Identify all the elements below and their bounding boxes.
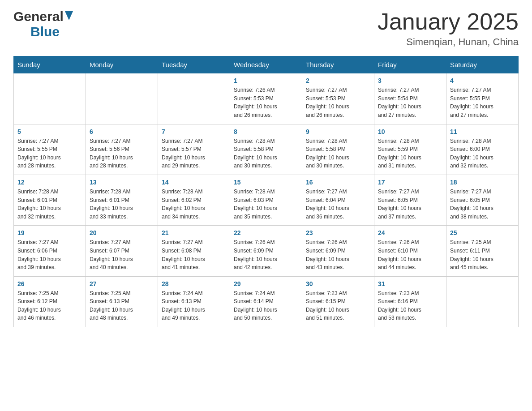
day-number: 1	[234, 77, 298, 84]
day-number: 23	[306, 229, 370, 236]
calendar-week-row: 19Sunrise: 7:27 AMSunset: 6:06 PMDayligh…	[14, 226, 519, 276]
day-number: 11	[450, 128, 515, 135]
calendar-cell: 20Sunrise: 7:27 AMSunset: 6:07 PMDayligh…	[86, 226, 158, 276]
calendar-cell: 18Sunrise: 7:27 AMSunset: 6:05 PMDayligh…	[446, 175, 519, 225]
calendar-cell: 8Sunrise: 7:28 AMSunset: 5:58 PMDaylight…	[230, 124, 302, 175]
day-number: 12	[17, 179, 82, 186]
day-number: 17	[378, 179, 442, 186]
svg-marker-0	[65, 11, 73, 20]
day-number: 19	[17, 229, 82, 236]
month-title: January 2025	[378, 9, 519, 34]
calendar-cell: 22Sunrise: 7:26 AMSunset: 6:09 PMDayligh…	[230, 226, 302, 276]
calendar-cell: 3Sunrise: 7:27 AMSunset: 5:54 PMDaylight…	[374, 73, 446, 124]
calendar-cell: 17Sunrise: 7:27 AMSunset: 6:05 PMDayligh…	[374, 175, 446, 225]
logo: General Blue	[13, 9, 73, 39]
calendar-cell: 28Sunrise: 7:24 AMSunset: 6:13 PMDayligh…	[158, 276, 230, 327]
day-info: Sunrise: 7:27 AMSunset: 6:07 PMDaylight:…	[90, 238, 154, 271]
day-number: 21	[162, 229, 226, 236]
calendar-cell: 12Sunrise: 7:28 AMSunset: 6:01 PMDayligh…	[14, 175, 86, 225]
weekday-header-thursday: Thursday	[302, 56, 374, 73]
weekday-header-monday: Monday	[86, 56, 158, 73]
day-number: 27	[90, 280, 154, 287]
day-info: Sunrise: 7:28 AMSunset: 6:00 PMDaylight:…	[450, 137, 515, 170]
day-number: 22	[234, 229, 298, 236]
calendar-cell: 25Sunrise: 7:25 AMSunset: 6:11 PMDayligh…	[446, 226, 519, 276]
day-number: 25	[450, 229, 515, 236]
calendar-cell: 9Sunrise: 7:28 AMSunset: 5:58 PMDaylight…	[302, 124, 374, 175]
weekday-header-wednesday: Wednesday	[230, 56, 302, 73]
day-info: Sunrise: 7:27 AMSunset: 5:56 PMDaylight:…	[90, 137, 154, 170]
day-info: Sunrise: 7:27 AMSunset: 5:53 PMDaylight:…	[306, 86, 370, 119]
calendar-week-row: 26Sunrise: 7:25 AMSunset: 6:12 PMDayligh…	[14, 276, 519, 327]
day-number: 24	[378, 229, 442, 236]
day-number: 15	[234, 179, 298, 186]
day-number: 10	[378, 128, 442, 135]
day-info: Sunrise: 7:25 AMSunset: 6:12 PMDaylight:…	[17, 289, 82, 322]
day-info: Sunrise: 7:23 AMSunset: 6:16 PMDaylight:…	[378, 289, 442, 322]
day-number: 4	[450, 77, 515, 84]
calendar-cell: 24Sunrise: 7:26 AMSunset: 6:10 PMDayligh…	[374, 226, 446, 276]
calendar-cell: 26Sunrise: 7:25 AMSunset: 6:12 PMDayligh…	[14, 276, 86, 327]
title-block: January 2025 Simenqian, Hunan, China	[378, 9, 519, 48]
day-info: Sunrise: 7:26 AMSunset: 5:53 PMDaylight:…	[234, 86, 298, 119]
day-info: Sunrise: 7:27 AMSunset: 6:05 PMDaylight:…	[378, 188, 442, 221]
day-number: 30	[306, 280, 370, 287]
day-number: 13	[90, 179, 154, 186]
day-number: 28	[162, 280, 226, 287]
location-title: Simenqian, Hunan, China	[378, 36, 519, 48]
day-info: Sunrise: 7:28 AMSunset: 6:02 PMDaylight:…	[162, 188, 226, 221]
calendar-cell	[446, 276, 519, 327]
day-number: 31	[378, 280, 442, 287]
day-info: Sunrise: 7:27 AMSunset: 5:54 PMDaylight:…	[378, 86, 442, 119]
calendar-cell: 1Sunrise: 7:26 AMSunset: 5:53 PMDaylight…	[230, 73, 302, 124]
day-info: Sunrise: 7:26 AMSunset: 6:10 PMDaylight:…	[378, 238, 442, 271]
calendar-cell: 31Sunrise: 7:23 AMSunset: 6:16 PMDayligh…	[374, 276, 446, 327]
calendar-week-row: 12Sunrise: 7:28 AMSunset: 6:01 PMDayligh…	[14, 175, 519, 225]
logo-blue-text: Blue	[30, 24, 60, 39]
calendar-cell: 29Sunrise: 7:24 AMSunset: 6:14 PMDayligh…	[230, 276, 302, 327]
calendar-cell: 27Sunrise: 7:25 AMSunset: 6:13 PMDayligh…	[86, 276, 158, 327]
day-info: Sunrise: 7:28 AMSunset: 6:03 PMDaylight:…	[234, 188, 298, 221]
day-info: Sunrise: 7:26 AMSunset: 6:09 PMDaylight:…	[306, 238, 370, 271]
weekday-header-sunday: Sunday	[14, 56, 86, 73]
day-number: 8	[234, 128, 298, 135]
calendar-cell: 30Sunrise: 7:23 AMSunset: 6:15 PMDayligh…	[302, 276, 374, 327]
day-info: Sunrise: 7:24 AMSunset: 6:13 PMDaylight:…	[162, 289, 226, 322]
calendar-cell: 5Sunrise: 7:27 AMSunset: 5:55 PMDaylight…	[14, 124, 86, 175]
day-number: 29	[234, 280, 298, 287]
calendar-cell: 6Sunrise: 7:27 AMSunset: 5:56 PMDaylight…	[86, 124, 158, 175]
day-info: Sunrise: 7:27 AMSunset: 5:55 PMDaylight:…	[17, 137, 82, 170]
logo-arrow-icon	[65, 11, 73, 22]
weekday-header-saturday: Saturday	[446, 56, 519, 73]
calendar-cell: 13Sunrise: 7:28 AMSunset: 6:01 PMDayligh…	[86, 175, 158, 225]
day-number: 16	[306, 179, 370, 186]
calendar-cell: 23Sunrise: 7:26 AMSunset: 6:09 PMDayligh…	[302, 226, 374, 276]
calendar-cell: 14Sunrise: 7:28 AMSunset: 6:02 PMDayligh…	[158, 175, 230, 225]
day-info: Sunrise: 7:28 AMSunset: 6:01 PMDaylight:…	[17, 188, 82, 221]
day-info: Sunrise: 7:28 AMSunset: 5:58 PMDaylight:…	[234, 137, 298, 170]
day-info: Sunrise: 7:24 AMSunset: 6:14 PMDaylight:…	[234, 289, 298, 322]
calendar-cell	[86, 73, 158, 124]
calendar-cell: 21Sunrise: 7:27 AMSunset: 6:08 PMDayligh…	[158, 226, 230, 276]
weekday-header-tuesday: Tuesday	[158, 56, 230, 73]
day-number: 3	[378, 77, 442, 84]
calendar-header: SundayMondayTuesdayWednesdayThursdayFrid…	[14, 56, 519, 73]
calendar-week-row: 1Sunrise: 7:26 AMSunset: 5:53 PMDaylight…	[14, 73, 519, 124]
day-number: 6	[90, 128, 154, 135]
day-number: 20	[90, 229, 154, 236]
calendar-cell: 4Sunrise: 7:27 AMSunset: 5:55 PMDaylight…	[446, 73, 519, 124]
day-info: Sunrise: 7:27 AMSunset: 6:05 PMDaylight:…	[450, 188, 515, 221]
page-header: General Blue January 2025 Simenqian, Hun…	[13, 9, 519, 48]
day-info: Sunrise: 7:27 AMSunset: 6:08 PMDaylight:…	[162, 238, 226, 271]
calendar-cell: 2Sunrise: 7:27 AMSunset: 5:53 PMDaylight…	[302, 73, 374, 124]
day-info: Sunrise: 7:27 AMSunset: 6:06 PMDaylight:…	[17, 238, 82, 271]
day-info: Sunrise: 7:23 AMSunset: 6:15 PMDaylight:…	[306, 289, 370, 322]
weekday-header-friday: Friday	[374, 56, 446, 73]
calendar-table: SundayMondayTuesdayWednesdayThursdayFrid…	[13, 56, 519, 327]
calendar-cell	[14, 73, 86, 124]
calendar-cell: 10Sunrise: 7:28 AMSunset: 5:59 PMDayligh…	[374, 124, 446, 175]
day-info: Sunrise: 7:25 AMSunset: 6:13 PMDaylight:…	[90, 289, 154, 322]
calendar-cell: 15Sunrise: 7:28 AMSunset: 6:03 PMDayligh…	[230, 175, 302, 225]
weekday-header-row: SundayMondayTuesdayWednesdayThursdayFrid…	[14, 56, 519, 73]
calendar-cell: 19Sunrise: 7:27 AMSunset: 6:06 PMDayligh…	[14, 226, 86, 276]
